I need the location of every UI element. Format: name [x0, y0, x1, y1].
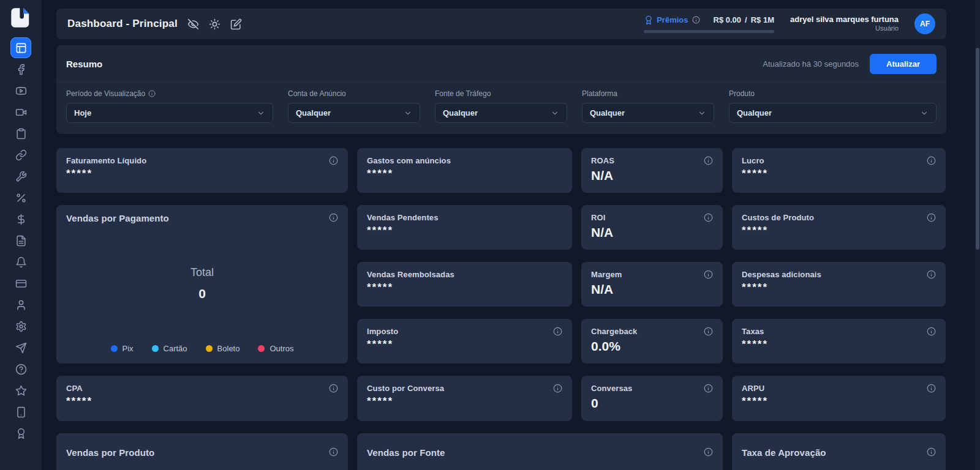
bell-icon — [15, 256, 27, 268]
card-value: N/A — [591, 225, 713, 239]
chart-center: Total 0 — [66, 223, 338, 344]
sidebar-item-clipboard[interactable] — [10, 123, 31, 144]
resumo-panel: Resumo Atualizado há 30 segundos Atualiz… — [56, 45, 946, 134]
info-icon[interactable] — [553, 327, 562, 336]
card-margem: Margem N/A — [581, 262, 723, 307]
info-icon[interactable] — [692, 16, 700, 24]
eye-off-icon[interactable] — [187, 18, 199, 30]
sidebar-item-video[interactable] — [10, 102, 31, 123]
card-lucro: Lucro ***** — [732, 148, 946, 193]
card-title: ROI — [591, 213, 605, 222]
file-text-icon — [15, 235, 27, 247]
user-role: Usuário — [790, 24, 899, 33]
info-icon[interactable] — [927, 384, 936, 393]
conta-anuncio-select[interactable]: Qualquer — [288, 103, 420, 123]
legend-item-outros[interactable]: Outros — [258, 344, 293, 353]
legend-dot — [258, 345, 265, 352]
info-icon[interactable] — [704, 384, 713, 393]
sidebar-item-percent[interactable] — [10, 187, 31, 209]
periodo-select[interactable]: Hoje — [66, 103, 273, 123]
user-icon — [15, 299, 27, 311]
scrollbar-thumb[interactable] — [976, 48, 979, 250]
chevron-down-icon — [698, 109, 706, 118]
sidebar-item-tools[interactable] — [10, 166, 31, 187]
card-title: Custos de Produto — [742, 213, 814, 222]
info-icon[interactable] — [927, 213, 936, 222]
info-icon[interactable] — [927, 156, 936, 165]
card-title: Vendas por Fonte — [367, 447, 445, 458]
info-icon[interactable] — [927, 327, 936, 336]
card-title: Gastos com anúncios — [367, 156, 451, 165]
sidebar-item-favorites[interactable] — [10, 380, 31, 401]
info-icon[interactable] — [704, 270, 713, 279]
card-imposto: Imposto ***** — [357, 319, 572, 364]
sidebar-item-finance[interactable] — [10, 209, 31, 230]
sidebar-item-profile[interactable] — [10, 294, 31, 316]
info-icon[interactable] — [329, 384, 338, 393]
info-icon[interactable] — [704, 447, 713, 457]
info-icon[interactable] — [148, 90, 156, 97]
app-logo[interactable] — [9, 6, 32, 30]
card-cpa: CPA ***** — [56, 376, 348, 421]
metrics-grid: Faturamento Líquido ***** Gastos com anú… — [56, 148, 946, 470]
card-title: ARPU — [742, 384, 764, 393]
dollar-icon — [15, 214, 27, 225]
info-icon[interactable] — [704, 156, 713, 165]
card-title: Taxas — [742, 327, 764, 336]
info-icon[interactable] — [553, 384, 562, 393]
legend-item-cartao[interactable]: Cartão — [152, 344, 187, 353]
card-roas: ROAS N/A — [581, 148, 723, 193]
scrollbar-track[interactable] — [975, 0, 980, 470]
info-icon[interactable] — [704, 327, 713, 336]
sidebar-item-youtube[interactable] — [10, 80, 31, 102]
card-custos-produto: Custos de Produto ***** — [732, 205, 946, 250]
sidebar-item-settings[interactable] — [10, 316, 31, 337]
sidebar-item-notifications[interactable] — [10, 252, 31, 273]
info-icon[interactable] — [927, 447, 936, 457]
sidebar-item-help[interactable] — [10, 359, 31, 380]
info-icon[interactable] — [704, 213, 713, 222]
info-icon[interactable] — [927, 270, 936, 279]
card-title: ROAS — [591, 156, 614, 165]
info-icon[interactable] — [329, 213, 338, 222]
user-name: adryel silva marques furtuna — [790, 15, 899, 24]
theme-sun-icon[interactable] — [209, 18, 221, 30]
chart-legend: Pix Cartão Boleto Outros — [66, 344, 338, 356]
updated-status: Atualizado há 30 segundos — [763, 59, 859, 69]
periodo-value: Hoje — [74, 108, 91, 118]
premios-award-icon — [644, 15, 654, 25]
edit-icon[interactable] — [230, 18, 242, 30]
legend-item-boleto[interactable]: Boleto — [206, 344, 240, 353]
legend-item-pix[interactable]: Pix — [111, 344, 134, 353]
card-value-masked: ***** — [66, 168, 338, 179]
sidebar-item-reports[interactable] — [10, 230, 31, 252]
produto-select[interactable]: Qualquer — [729, 103, 937, 123]
sidebar-item-dashboard[interactable] — [10, 37, 31, 58]
sidebar-item-mobile[interactable] — [10, 401, 31, 423]
avatar[interactable]: AF — [914, 13, 935, 34]
fonte-trafego-select[interactable]: Qualquer — [435, 103, 567, 123]
sidebar-item-links[interactable] — [10, 144, 31, 166]
plataforma-select[interactable]: Qualquer — [582, 103, 714, 123]
premios-widget: Prêmios R$ 0.00 / R$ 1M — [644, 15, 774, 33]
sidebar-item-send[interactable] — [10, 337, 31, 359]
card-title: Taxa de Aprovação — [742, 447, 826, 458]
card-roi: ROI N/A — [581, 205, 723, 250]
card-title: Imposto — [367, 327, 398, 336]
refresh-button[interactable]: Atualizar — [870, 54, 937, 74]
dashboard-icon — [15, 42, 27, 54]
card-arpu: ARPU ***** — [732, 376, 946, 421]
sidebar-item-facebook[interactable] — [10, 59, 31, 80]
info-icon[interactable] — [329, 447, 338, 457]
info-icon[interactable] — [329, 156, 338, 165]
card-taxa-aprovacao: Taxa de Aprovação — [732, 433, 946, 470]
card-gastos-anuncios: Gastos com anúncios ***** — [357, 148, 572, 193]
premios-label[interactable]: Prêmios — [657, 15, 688, 24]
card-conversas: Conversas 0 — [581, 376, 723, 421]
sidebar-item-billing[interactable] — [10, 273, 31, 294]
card-vendas-pendentes: Vendas Pendentes ***** — [357, 205, 572, 250]
gear-icon — [15, 321, 27, 332]
sidebar-item-awards[interactable] — [10, 423, 31, 444]
premios-progress-text: R$ 0.00 / R$ 1M — [714, 15, 774, 24]
card-value-masked: ***** — [742, 339, 936, 349]
